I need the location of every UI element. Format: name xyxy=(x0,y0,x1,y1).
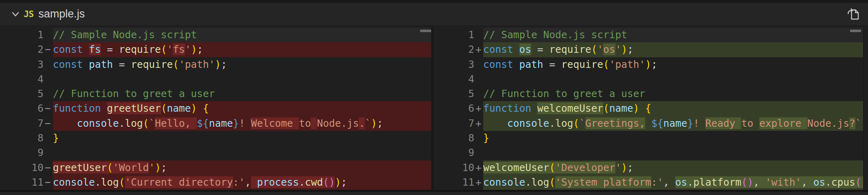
code-token: ( xyxy=(573,117,579,129)
code-line[interactable]: 11−console.log('Current directory:', pro… xyxy=(0,175,431,190)
line-gutter[interactable]: 10− xyxy=(0,160,53,175)
diff-sign xyxy=(474,145,483,160)
code-content[interactable]: } xyxy=(53,131,431,145)
code-line[interactable]: 7+ console.log(`Greetings, ${name}! Read… xyxy=(434,116,863,131)
code-content[interactable]: // Sample Node.js script xyxy=(53,28,431,42)
line-gutter[interactable]: 11+ xyxy=(434,175,483,190)
code-line[interactable]: 2+const os = require('os'); xyxy=(434,42,863,57)
line-number[interactable]: 9 xyxy=(434,145,474,160)
line-gutter[interactable]: 5 xyxy=(434,87,483,101)
line-gutter[interactable]: 6− xyxy=(0,101,53,116)
code-line[interactable]: 1 // Sample Node.js script xyxy=(434,28,863,42)
code-content[interactable] xyxy=(53,72,431,87)
code-line[interactable]: 8 } xyxy=(434,131,863,145)
line-number[interactable]: 9 xyxy=(0,145,44,160)
code-content[interactable]: function greetUser(name) { xyxy=(53,101,431,116)
line-gutter[interactable]: 4 xyxy=(434,72,483,87)
code-content[interactable]: const fs = require('fs'); xyxy=(53,42,431,57)
line-gutter[interactable]: 3 xyxy=(434,57,483,72)
code-token xyxy=(645,117,651,129)
code-line[interactable]: 2−const fs = require('fs'); xyxy=(0,42,431,57)
code-line[interactable]: 5 // Function to greet a user xyxy=(434,87,863,101)
line-number[interactable]: 8 xyxy=(434,131,474,145)
code-token: os xyxy=(519,43,532,55)
line-gutter[interactable]: 2+ xyxy=(434,42,483,57)
line-gutter[interactable]: 9 xyxy=(0,145,53,160)
line-number[interactable]: 11 xyxy=(0,175,44,190)
code-content[interactable] xyxy=(483,145,863,160)
line-number[interactable]: 5 xyxy=(434,87,474,101)
line-gutter[interactable]: 6+ xyxy=(434,101,483,116)
line-gutter[interactable]: 5 xyxy=(0,87,53,101)
code-content[interactable]: // Function to greet a user xyxy=(53,87,431,101)
line-number[interactable]: 10 xyxy=(0,160,44,175)
line-gutter[interactable]: 7− xyxy=(0,116,53,131)
line-gutter[interactable]: 3 xyxy=(0,57,53,72)
code-line[interactable]: 9 xyxy=(0,145,431,160)
code-line[interactable]: 3 const path = require('path'); xyxy=(0,57,431,72)
code-content[interactable]: console.log(`Greetings, ${name}! Ready t… xyxy=(483,116,863,131)
code-content[interactable]: const path = require('path'); xyxy=(53,57,431,72)
code-line[interactable]: 3 const path = require('path'); xyxy=(434,57,863,72)
line-number[interactable]: 2 xyxy=(0,42,44,57)
line-number[interactable]: 6 xyxy=(434,101,474,116)
code-line[interactable]: 8 } xyxy=(0,131,431,145)
left-vertical-scrollbar-thumb[interactable] xyxy=(420,30,431,32)
code-line[interactable]: 9 xyxy=(434,145,863,160)
code-content[interactable]: // Sample Node.js script xyxy=(483,28,863,42)
overview-ruler[interactable] xyxy=(863,25,868,190)
line-number[interactable]: 8 xyxy=(0,131,44,145)
chevron-down-icon[interactable] xyxy=(9,8,22,21)
line-gutter[interactable]: 8 xyxy=(434,131,483,145)
diff-sign xyxy=(44,57,53,72)
code-line[interactable]: 11+console.log('System platform:', os.pl… xyxy=(434,175,863,190)
code-content[interactable]: console.log('System platform:', os.platf… xyxy=(483,175,863,190)
line-gutter[interactable]: 8 xyxy=(0,131,53,145)
code-line[interactable]: 6−function greetUser(name) { xyxy=(0,101,431,116)
line-gutter[interactable]: 7+ xyxy=(434,116,483,131)
code-line[interactable]: 6+function welcomeUser(name) { xyxy=(434,101,863,116)
line-gutter[interactable]: 1 xyxy=(0,28,53,42)
code-line[interactable]: 4 xyxy=(0,72,431,87)
code-content[interactable]: greetUser('World'); xyxy=(53,160,431,175)
line-number[interactable]: 5 xyxy=(0,87,44,101)
line-number[interactable]: 2 xyxy=(434,42,474,57)
line-gutter[interactable]: 4 xyxy=(0,72,53,87)
code-content[interactable]: // Function to greet a user xyxy=(483,87,863,101)
code-content[interactable]: console.log(`Hello, ${name}! Welcome to … xyxy=(53,116,431,131)
line-gutter[interactable]: 9 xyxy=(434,145,483,160)
code-line[interactable]: 7− console.log(`Hello, ${name}! Welcome … xyxy=(0,116,431,131)
line-number[interactable]: 11 xyxy=(434,175,474,190)
right-vertical-scrollbar-thumb[interactable] xyxy=(850,30,861,32)
line-number[interactable]: 4 xyxy=(434,72,474,87)
code-line[interactable]: 10−greetUser('World'); xyxy=(0,160,431,175)
code-line[interactable]: 1 // Sample Node.js script xyxy=(0,28,431,42)
line-number[interactable]: 1 xyxy=(0,28,44,42)
go-to-file-icon[interactable] xyxy=(844,5,862,23)
code-content[interactable]: console.log('Current directory:', proces… xyxy=(53,175,431,190)
code-token xyxy=(513,43,519,55)
line-number[interactable]: 7 xyxy=(0,116,44,131)
code-content[interactable]: welcomeUser('Developer'); xyxy=(483,160,863,175)
line-number[interactable]: 10 xyxy=(434,160,474,175)
code-content[interactable]: const path = require('path'); xyxy=(483,57,863,72)
line-gutter[interactable]: 11− xyxy=(0,175,53,190)
code-content[interactable]: function welcomeUser(name) { xyxy=(483,101,863,116)
line-number[interactable]: 6 xyxy=(0,101,44,116)
line-gutter[interactable]: 10+ xyxy=(434,160,483,175)
line-number[interactable]: 4 xyxy=(0,72,44,87)
line-gutter[interactable]: 2− xyxy=(0,42,53,57)
code-content[interactable] xyxy=(53,145,431,160)
code-line[interactable]: 10+welcomeUser('Developer'); xyxy=(434,160,863,175)
code-content[interactable]: const os = require('os'); xyxy=(483,42,863,57)
line-gutter[interactable]: 1 xyxy=(434,28,483,42)
code-line[interactable]: 5 // Function to greet a user xyxy=(0,87,431,101)
line-number[interactable]: 1 xyxy=(434,28,474,42)
code-line[interactable]: 4 xyxy=(434,72,863,87)
code-content[interactable] xyxy=(483,72,863,87)
code-token: } xyxy=(687,117,694,129)
line-number[interactable]: 3 xyxy=(434,57,474,72)
line-number[interactable]: 3 xyxy=(0,57,44,72)
line-number[interactable]: 7 xyxy=(434,116,474,131)
code-content[interactable]: } xyxy=(483,131,863,145)
